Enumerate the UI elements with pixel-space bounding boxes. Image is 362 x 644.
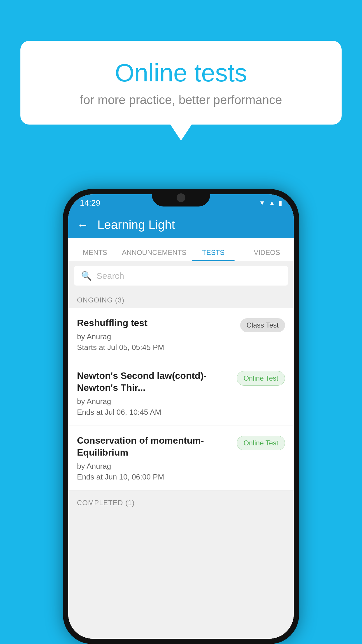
signal-icon: ▲ [269,199,275,207]
status-icons: ▼ ▲ ▮ [259,199,282,207]
app-title: Learning Light [97,218,175,232]
test-time-reshuffling: Starts at Jul 05, 05:45 PM [77,343,234,352]
battery-icon: ▮ [279,199,282,207]
app-header: ← Learning Light [68,212,294,238]
promo-area: Online tests for more practice, better p… [20,41,342,125]
tab-ments[interactable]: MENTS [68,249,122,261]
phone-outer: 14:29 ▼ ▲ ▮ ← Learning Light MENTS ANNOU… [63,189,299,644]
test-badge-conservation: Online Test [237,436,285,450]
search-container: 🔍 Search [68,261,294,290]
content-area: ONGOING (3) Reshuffling test by Anurag S… [68,290,294,639]
test-title-reshuffling: Reshuffling test [77,317,234,329]
completed-section-header: COMPLETED (1) [68,493,294,511]
test-card-reshuffling[interactable]: Reshuffling test by Anurag Starts at Jul… [68,308,294,361]
bubble-title: Online tests [44,58,318,87]
test-author-conservation: by Anurag [77,462,231,471]
test-info-conservation: Conservation of momentum-Equilibrium by … [77,435,231,482]
test-card-conservation[interactable]: Conservation of momentum-Equilibrium by … [68,426,294,491]
test-badge-newton: Online Test [237,371,285,386]
test-badge-reshuffling: Class Test [240,318,285,332]
test-author-reshuffling: by Anurag [77,332,234,341]
search-bar[interactable]: 🔍 Search [74,266,288,286]
phone-device: 14:29 ▼ ▲ ▮ ← Learning Light MENTS ANNOU… [63,189,299,644]
tab-videos[interactable]: VIDEOS [240,249,294,261]
ongoing-section-header: ONGOING (3) [68,290,294,308]
status-time: 14:29 [80,198,100,208]
test-title-newton: Newton's Second law(contd)-Newton's Thir… [77,370,231,394]
bubble-subtitle: for more practice, better performance [44,93,318,107]
test-title-conservation: Conservation of momentum-Equilibrium [77,435,231,459]
search-icon: 🔍 [81,271,92,281]
tab-tests[interactable]: TESTS [187,249,240,261]
tab-announcements[interactable]: ANNOUNCEMENTS [122,249,186,261]
test-card-newton[interactable]: Newton's Second law(contd)-Newton's Thir… [68,361,294,426]
back-button[interactable]: ← [77,218,89,232]
tabs-bar: MENTS ANNOUNCEMENTS TESTS VIDEOS [68,238,294,261]
phone-camera [177,193,185,202]
phone-notch [152,189,210,206]
test-author-newton: by Anurag [77,397,231,406]
search-placeholder: Search [96,271,124,281]
test-info-reshuffling: Reshuffling test by Anurag Starts at Jul… [77,317,234,352]
speech-bubble: Online tests for more practice, better p… [20,41,342,125]
wifi-icon: ▼ [259,199,265,207]
test-info-newton: Newton's Second law(contd)-Newton's Thir… [77,370,231,417]
test-time-newton: Ends at Jul 06, 10:45 AM [77,408,231,417]
phone-screen: 14:29 ▼ ▲ ▮ ← Learning Light MENTS ANNOU… [68,194,294,639]
test-time-conservation: Ends at Jun 10, 06:00 PM [77,473,231,482]
